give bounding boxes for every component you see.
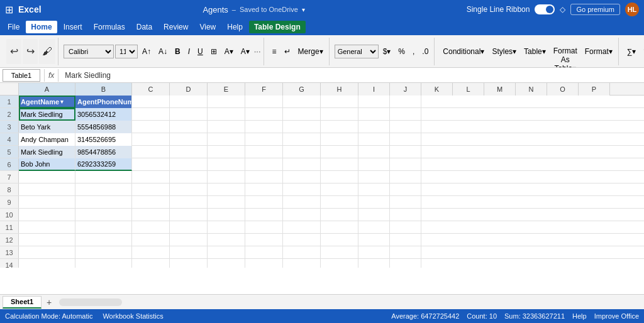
- menu-table-design[interactable]: Table Design: [249, 21, 306, 33]
- cell-E2[interactable]: [208, 108, 245, 121]
- cell-E8[interactable]: [208, 183, 245, 196]
- font-color-button[interactable]: A▾: [238, 45, 253, 58]
- cell-G4[interactable]: [283, 133, 321, 146]
- cell-C10[interactable]: [132, 209, 170, 221]
- cell-F3[interactable]: [245, 121, 283, 133]
- cell-J1[interactable]: [390, 96, 421, 108]
- cell-H5[interactable]: [321, 146, 358, 158]
- cell-H6[interactable]: [321, 158, 358, 171]
- cell-D12[interactable]: [170, 234, 208, 246]
- cell-A14[interactable]: [19, 259, 75, 268]
- cell-G14[interactable]: [283, 259, 321, 268]
- undo-button[interactable]: ↩: [6, 39, 21, 64]
- cell-A10[interactable]: [19, 209, 75, 221]
- cell-A6[interactable]: Bob John: [19, 158, 75, 171]
- cell-J3[interactable]: [390, 121, 421, 133]
- cell-I4[interactable]: [358, 133, 390, 146]
- cell-C7[interactable]: [132, 171, 170, 183]
- cell-C4[interactable]: [132, 133, 170, 146]
- cell-F14[interactable]: [245, 259, 283, 268]
- fill-color-button[interactable]: A▾: [221, 45, 236, 58]
- cell-B8[interactable]: [75, 183, 132, 196]
- currency-button[interactable]: $▾: [380, 45, 394, 58]
- cell-A2[interactable]: Mark Siedling: [19, 108, 75, 121]
- cell-B13[interactable]: [75, 246, 132, 259]
- cell-F4[interactable]: [245, 133, 283, 146]
- wrap-text-button[interactable]: ↵: [281, 45, 294, 58]
- cell-F12[interactable]: [245, 234, 283, 246]
- cell-J12[interactable]: [390, 234, 421, 246]
- styles-button[interactable]: Styles▾: [489, 45, 519, 58]
- cell-F13[interactable]: [245, 246, 283, 259]
- cell-B10[interactable]: [75, 209, 132, 221]
- cell-F5[interactable]: [245, 146, 283, 158]
- cell-D14[interactable]: [170, 259, 208, 268]
- cell-B9[interactable]: [75, 196, 132, 209]
- cell-H14[interactable]: [321, 259, 358, 268]
- cell-E7[interactable]: [208, 171, 245, 183]
- cell-H11[interactable]: [321, 221, 358, 234]
- menu-insert[interactable]: Insert: [58, 21, 87, 33]
- table-button[interactable]: Table▾: [521, 45, 549, 58]
- cell-G3[interactable]: [283, 121, 321, 133]
- redo-button[interactable]: ↪: [23, 39, 38, 64]
- format-painter-button[interactable]: 🖌: [39, 39, 55, 64]
- menu-review[interactable]: Review: [158, 21, 193, 33]
- cell-J2[interactable]: [390, 108, 421, 121]
- cell-E10[interactable]: [208, 209, 245, 221]
- cell-B11[interactable]: [75, 221, 132, 234]
- cell-I12[interactable]: [358, 234, 390, 246]
- cell-D13[interactable]: [170, 246, 208, 259]
- cell-G5[interactable]: [283, 146, 321, 158]
- cell-E4[interactable]: [208, 133, 245, 146]
- number-format-select[interactable]: General: [335, 45, 379, 58]
- menu-view[interactable]: View: [194, 21, 221, 33]
- cell-I6[interactable]: [358, 158, 390, 171]
- cell-F11[interactable]: [245, 221, 283, 234]
- cell-G6[interactable]: [283, 158, 321, 171]
- autosum-button[interactable]: ∑▾: [624, 45, 640, 58]
- cell-G12[interactable]: [283, 234, 321, 246]
- cell-H8[interactable]: [321, 183, 358, 196]
- cell-I10[interactable]: [358, 209, 390, 221]
- cell-C9[interactable]: [132, 196, 170, 209]
- cell-I7[interactable]: [358, 171, 390, 183]
- cell-J14[interactable]: [390, 259, 421, 268]
- cell-C6[interactable]: [132, 158, 170, 171]
- cell-I2[interactable]: [358, 108, 390, 121]
- cell-H7[interactable]: [321, 171, 358, 183]
- cell-A12[interactable]: [19, 234, 75, 246]
- cell-F6[interactable]: [245, 158, 283, 171]
- merge-button[interactable]: Merge▾: [295, 45, 326, 58]
- cell-G13[interactable]: [283, 246, 321, 259]
- cell-F7[interactable]: [245, 171, 283, 183]
- cell-I8[interactable]: [358, 183, 390, 196]
- cell-H2[interactable]: [321, 108, 358, 121]
- menu-data[interactable]: Data: [131, 21, 157, 33]
- menu-help[interactable]: Help: [222, 21, 248, 33]
- cell-B12[interactable]: [75, 234, 132, 246]
- cell-D3[interactable]: [170, 121, 208, 133]
- cell-H4[interactable]: [321, 133, 358, 146]
- cell-A4[interactable]: Andy Champan: [19, 133, 75, 146]
- name-box[interactable]: [3, 69, 40, 82]
- cell-E3[interactable]: [208, 121, 245, 133]
- cell-J4[interactable]: [390, 133, 421, 146]
- cell-E9[interactable]: [208, 196, 245, 209]
- cell-F8[interactable]: [245, 183, 283, 196]
- cell-G7[interactable]: [283, 171, 321, 183]
- cell-G10[interactable]: [283, 209, 321, 221]
- cell-C12[interactable]: [132, 234, 170, 246]
- cell-C3[interactable]: [132, 121, 170, 133]
- cell-D7[interactable]: [170, 171, 208, 183]
- increase-font-button[interactable]: A↑: [139, 45, 154, 58]
- cell-G2[interactable]: [283, 108, 321, 121]
- bold-button[interactable]: B: [172, 45, 184, 58]
- cell-F1[interactable]: [245, 96, 283, 108]
- italic-button[interactable]: I: [185, 45, 193, 58]
- cell-B2[interactable]: 3056532412: [75, 108, 132, 121]
- cell-E5[interactable]: [208, 146, 245, 158]
- cell-B4[interactable]: 3145526695: [75, 133, 132, 146]
- font-family-select[interactable]: Calibri: [64, 45, 114, 58]
- cell-E6[interactable]: [208, 158, 245, 171]
